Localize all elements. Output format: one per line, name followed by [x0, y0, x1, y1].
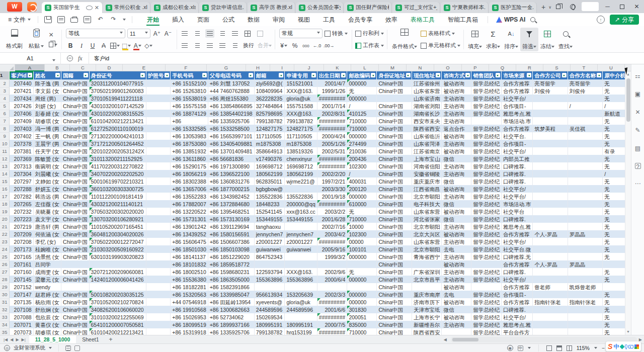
filter-dropdown-icon[interactable] — [527, 73, 531, 77]
cell[interactable]: / — [568, 102, 603, 110]
column-header[interactable]: B — [45, 64, 70, 71]
cell[interactable]: 无 — [603, 132, 625, 140]
cell[interactable]: 主动咨询 — [442, 223, 471, 230]
cell[interactable]: 207282 — [10, 193, 33, 200]
cell[interactable]: 370105199411221118 — [89, 95, 146, 102]
cell[interactable]: 胡睿琪 (女 — [33, 117, 61, 125]
insert-function-icon[interactable]: fx — [78, 55, 83, 62]
name-box-caret-icon[interactable] — [52, 59, 55, 63]
cell[interactable] — [533, 208, 568, 215]
cell[interactable]: 207108 — [10, 306, 33, 313]
cell[interactable]: 430102200208315525 — [89, 110, 146, 117]
cell[interactable]: 207381 — [10, 147, 33, 155]
cell[interactable]: 口碑推荐. — [501, 268, 532, 276]
cell[interactable]: China中国 — [61, 306, 89, 313]
cell[interactable]: ######### — [317, 238, 347, 245]
cell[interactable]: 207219 — [10, 223, 33, 230]
cell[interactable]: China中国 — [377, 291, 412, 298]
cell[interactable]: 320311200104077915 — [89, 79, 146, 87]
cell[interactable]: 北京市朝阳 — [412, 193, 442, 200]
row-header[interactable]: 27 — [0, 268, 10, 276]
cell[interactable] — [146, 276, 171, 283]
row-header[interactable]: 10 — [0, 140, 10, 147]
cell[interactable]: 河南省信阳 — [412, 162, 442, 170]
document-tab[interactable]: S常州公积金 .xlsx — [103, 2, 150, 13]
cell[interactable] — [533, 306, 568, 313]
cell[interactable]: +86 刘慧 137052 — [208, 79, 254, 87]
header-cell[interactable]: 现住地址 — [412, 71, 442, 79]
cell[interactable]: +86 13439252 — [171, 230, 208, 238]
thousands-button[interactable]: 000 — [301, 41, 310, 50]
cell[interactable]: 207161 — [10, 260, 33, 268]
cell[interactable]: 江苏省徐州 — [412, 79, 442, 87]
cell[interactable]: 155751588 — [285, 102, 317, 110]
cell[interactable]: +44 7460762888 — [208, 87, 254, 95]
cell[interactable] — [533, 95, 568, 102]
cell[interactable]: 留学总经纪 — [471, 178, 502, 185]
cell[interactable]: +86 1877000215 — [208, 185, 254, 193]
cell[interactable]: China中国 — [377, 140, 412, 147]
page-layout-view-icon[interactable] — [556, 345, 562, 351]
cell[interactable]: +86 17882007 — [171, 200, 208, 208]
cell[interactable]: +86 15026953 — [171, 313, 208, 321]
cell[interactable]: +86 1573130169 — [208, 215, 254, 223]
cell[interactable] — [317, 260, 347, 268]
cell[interactable]: 留学总经纪 — [471, 155, 502, 162]
cell[interactable]: 200120 — [347, 185, 377, 193]
cell[interactable]: 2001/7/14 — [317, 102, 347, 110]
menu-item-会员专享[interactable]: 会员专享 — [342, 13, 379, 26]
cell[interactable]: 000000 — [347, 291, 377, 298]
cell[interactable]: 合作方推荐 — [501, 79, 532, 87]
cell[interactable]: China中国 — [377, 200, 412, 208]
row-header[interactable]: 1 — [0, 71, 10, 79]
cell[interactable]: 新航道 — [603, 110, 625, 117]
cell[interactable]: 无 — [603, 253, 625, 260]
cell[interactable]: 799138782 — [254, 328, 285, 335]
align-top-button[interactable] — [180, 29, 189, 38]
cell[interactable]: 安徽省铜陵 — [412, 170, 442, 178]
cell[interactable]: 410125 — [347, 110, 377, 117]
cell[interactable]: 无 — [603, 162, 625, 170]
ime-toolbox-icon[interactable] — [634, 344, 639, 349]
cell[interactable] — [146, 87, 171, 95]
cell[interactable]: 何依涵 (女 — [33, 230, 61, 238]
cell[interactable]: China中国 — [377, 178, 412, 185]
cell[interactable] — [533, 193, 568, 200]
cell[interactable]: China中国 — [377, 215, 412, 223]
cell[interactable]: 被动咨询 — [442, 260, 471, 268]
cell[interactable]: 留学总经纪 — [471, 132, 502, 140]
cell[interactable] — [533, 238, 568, 245]
cell[interactable] — [533, 117, 568, 125]
convert-button[interactable]: 转换 — [325, 29, 348, 38]
cell[interactable]: 陈子逸 (男 — [33, 79, 61, 87]
cell[interactable]: 留学总经纪 — [471, 313, 502, 321]
cell[interactable]: +86 1360831276 — [208, 178, 254, 185]
cell[interactable]: 2000/7/5 — [317, 321, 347, 328]
row-header[interactable]: 30 — [0, 291, 10, 298]
cell[interactable]: z20001227 — [285, 238, 317, 245]
cell[interactable]: 无 — [603, 230, 625, 238]
column-header[interactable]: O — [434, 64, 462, 71]
cell[interactable]: +86 13901242 — [171, 223, 208, 230]
header-cell[interactable]: 父母电话号码 — [208, 71, 254, 79]
cell[interactable]: China中国 — [377, 110, 412, 117]
cell[interactable]: 500108200203035125 — [89, 291, 146, 298]
cell[interactable]: China中国 — [61, 95, 89, 102]
cell[interactable]: 无 — [603, 306, 625, 313]
cell[interactable]: 无 — [603, 298, 625, 306]
cell[interactable]: 207406 — [10, 110, 33, 117]
cell[interactable] — [146, 162, 171, 170]
cell[interactable]: 河北省张家 — [412, 215, 442, 223]
filter-button[interactable]: 筛选 — [520, 28, 538, 51]
cell[interactable]: 1997/2/21 — [317, 178, 347, 185]
merge-button[interactable]: 合并 — [258, 42, 272, 49]
column-header[interactable]: K — [324, 64, 351, 71]
cell[interactable]: 桂婉唯 (女 — [33, 245, 61, 253]
cell[interactable]: 社交平台/ — [501, 193, 532, 200]
row-header[interactable]: 29 — [0, 283, 10, 291]
cell[interactable]: 630103199903020823 — [89, 253, 146, 260]
cell[interactable]: 唐浩轩 (男 — [33, 223, 61, 230]
cell[interactable]: 口碑推荐. — [501, 178, 532, 185]
cell[interactable]: 社交平台/ — [501, 147, 532, 155]
header-cell[interactable]: 客户id — [10, 71, 33, 79]
